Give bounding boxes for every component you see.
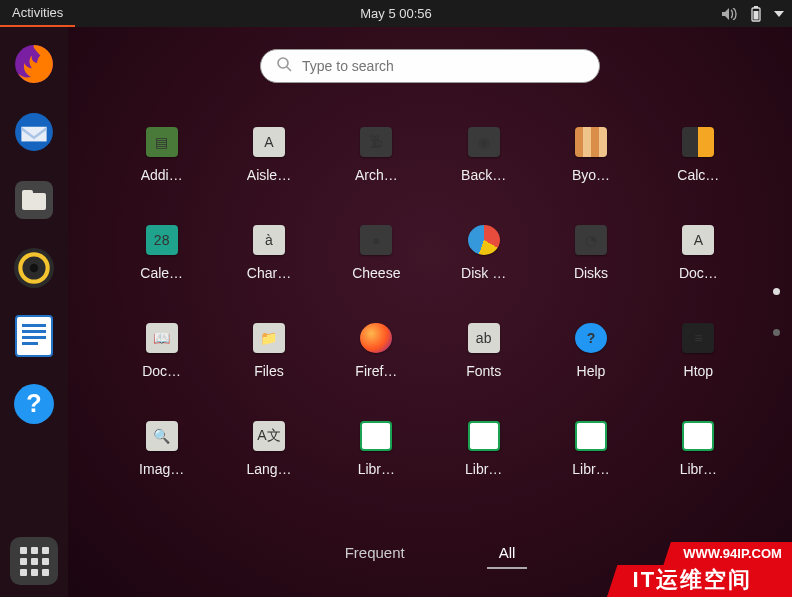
app-label: Lang… (246, 461, 291, 477)
app-icon (682, 127, 714, 157)
app-label: Calc… (677, 167, 719, 183)
app-libr-23[interactable]: Libr… (645, 421, 752, 477)
app-help-16[interactable]: ?Help (537, 323, 644, 379)
app-label: Libr… (680, 461, 717, 477)
app-cale-6[interactable]: 28Cale… (108, 225, 215, 281)
app-htop-17[interactable]: ≡Htop (645, 323, 752, 379)
app-byo-4[interactable]: Byo… (537, 127, 644, 183)
app-label: Libr… (572, 461, 609, 477)
svg-rect-15 (22, 342, 38, 345)
page-indicator[interactable] (773, 288, 780, 336)
app-files-13[interactable]: 📁Files (215, 323, 322, 379)
app-icon (575, 421, 607, 451)
dock-firefox[interactable] (11, 41, 57, 87)
search-input[interactable] (302, 58, 583, 74)
app-label: Disks (574, 265, 608, 281)
app-icon: ◔ (575, 225, 607, 255)
app-libr-22[interactable]: Libr… (537, 421, 644, 477)
chevron-down-icon[interactable] (774, 11, 784, 17)
watermark-url: WWW.94IP.COM (664, 542, 792, 565)
app-label: Doc… (679, 265, 718, 281)
app-libr-20[interactable]: Libr… (323, 421, 430, 477)
app-label: Help (577, 363, 606, 379)
app-label: Back… (461, 167, 506, 183)
dock-help[interactable]: ? (11, 381, 57, 427)
svg-rect-2 (754, 11, 759, 20)
dock-thunderbird[interactable] (11, 109, 57, 155)
applications-overview: ▤Addi…AAisle…🗜Arch…◉Back…Byo…Calc…28Cale… (68, 27, 792, 597)
app-icon: ≡ (682, 323, 714, 353)
app-fonts-15[interactable]: abFonts (430, 323, 537, 379)
app-label: Fonts (466, 363, 501, 379)
show-applications-button[interactable] (10, 537, 58, 585)
dock-files[interactable] (11, 177, 57, 223)
app-icon (575, 127, 607, 157)
app-label: Aisle… (247, 167, 291, 183)
app-icon: A (682, 225, 714, 255)
app-firef-14[interactable]: Firef… (323, 323, 430, 379)
app-icon (360, 323, 392, 353)
app-grid: ▤Addi…AAisle…🗜Arch…◉Back…Byo…Calc…28Cale… (108, 127, 752, 477)
app-icon: ? (575, 323, 607, 353)
dock-libreoffice-writer[interactable] (11, 313, 57, 359)
tab-frequent[interactable]: Frequent (333, 538, 417, 569)
page-dot-1[interactable] (773, 288, 780, 295)
app-icon: 🗜 (360, 127, 392, 157)
svg-rect-12 (22, 324, 46, 327)
app-label: Libr… (358, 461, 395, 477)
app-label: Files (254, 363, 284, 379)
tab-all[interactable]: All (487, 538, 528, 569)
app-icon (468, 421, 500, 451)
app-label: Doc… (142, 363, 181, 379)
top-bar: Activities May 5 00:56 (0, 0, 792, 27)
app-icon (682, 421, 714, 451)
activities-button[interactable]: Activities (0, 0, 75, 27)
svg-rect-1 (754, 6, 758, 8)
clock[interactable]: May 5 00:56 (360, 6, 432, 21)
battery-icon[interactable] (750, 6, 762, 22)
app-cheese-8[interactable]: ●Cheese (323, 225, 430, 281)
app-doc-11[interactable]: ADoc… (645, 225, 752, 281)
app-imag-18[interactable]: 🔍Imag… (108, 421, 215, 477)
app-libr-21[interactable]: Libr… (430, 421, 537, 477)
app-back-3[interactable]: ◉Back… (430, 127, 537, 183)
svg-text:?: ? (26, 389, 41, 417)
app-char-7[interactable]: àChar… (215, 225, 322, 281)
app-label: Htop (684, 363, 714, 379)
app-disk-9[interactable]: Disk … (430, 225, 537, 281)
svg-rect-7 (22, 190, 33, 196)
volume-icon[interactable] (722, 8, 738, 20)
app-lang-19[interactable]: A文Lang… (215, 421, 322, 477)
watermark-text: IT运维空间 (607, 565, 792, 597)
dock: ? (0, 27, 68, 597)
app-label: Arch… (355, 167, 398, 183)
system-indicators[interactable] (722, 6, 784, 22)
app-label: Addi… (141, 167, 183, 183)
app-doc-12[interactable]: 📖Doc… (108, 323, 215, 379)
app-label: Libr… (465, 461, 502, 477)
page-dot-2[interactable] (773, 329, 780, 336)
app-arch-2[interactable]: 🗜Arch… (323, 127, 430, 183)
app-icon (468, 225, 500, 255)
app-icon: A文 (253, 421, 285, 451)
app-label: Cheese (352, 265, 400, 281)
dock-rhythmbox[interactable] (11, 245, 57, 291)
app-calc-5[interactable]: Calc… (645, 127, 752, 183)
app-addi-0[interactable]: ▤Addi… (108, 127, 215, 183)
search-box[interactable] (260, 49, 600, 83)
app-label: Imag… (139, 461, 184, 477)
app-icon: A (253, 127, 285, 157)
app-icon: ● (360, 225, 392, 255)
grid-icon (20, 547, 49, 576)
svg-rect-14 (22, 336, 46, 339)
app-icon: 28 (146, 225, 178, 255)
watermark: WWW.94IP.COM IT运维空间 (607, 542, 792, 597)
app-label: Firef… (355, 363, 397, 379)
svg-point-18 (278, 58, 288, 68)
app-icon: 📁 (253, 323, 285, 353)
app-icon: ab (468, 323, 500, 353)
app-aisle-1[interactable]: AAisle… (215, 127, 322, 183)
app-disks-10[interactable]: ◔Disks (537, 225, 644, 281)
app-icon (360, 421, 392, 451)
app-icon: à (253, 225, 285, 255)
